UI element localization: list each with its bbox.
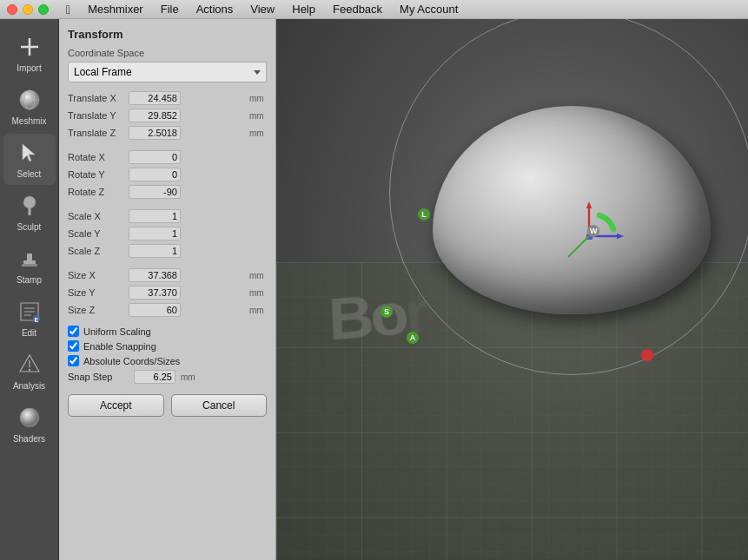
stamp-icon	[16, 245, 43, 273]
svg-rect-23	[276, 262, 748, 560]
cancel-button[interactable]: Cancel	[171, 394, 268, 417]
scale-y-row: Scale Y	[68, 225, 267, 242]
menu-actions[interactable]: Actions	[188, 1, 242, 17]
size-z-label: Size Z	[68, 301, 129, 319]
sidebar-item-stamp[interactable]: Stamp	[3, 240, 56, 291]
viewport[interactable]: Bor L W S A	[276, 19, 748, 560]
handle-dot-s[interactable]: S	[381, 306, 393, 318]
scale-y-unit	[249, 225, 267, 242]
rotate-x-unit	[249, 148, 267, 166]
sidebar-item-import[interactable]: Import	[3, 28, 56, 79]
translate-z-input[interactable]	[129, 126, 181, 140]
handle-dot-red[interactable]	[641, 349, 653, 361]
size-z-unit: mm	[249, 301, 267, 319]
translate-x-input[interactable]	[129, 91, 181, 105]
panel-title: Transform	[68, 28, 267, 41]
sidebar-label-select: Select	[17, 169, 42, 180]
close-button[interactable]	[7, 4, 17, 15]
translate-x-row: Translate X mm	[68, 89, 267, 107]
rotate-table: Rotate X Rotate Y Rotate Z	[68, 148, 267, 201]
scale-z-input[interactable]	[129, 244, 181, 258]
sidebar-label-shaders: Shaders	[13, 434, 45, 445]
enable-snapping-label: Enable Snapping	[83, 341, 156, 352]
size-x-unit: mm	[249, 267, 267, 284]
absolute-coords-label: Absolute Coords/Sizes	[83, 356, 180, 366]
transform-gizmo[interactable]	[554, 201, 624, 271]
translate-y-label: Translate Y	[68, 107, 129, 124]
snap-step-input[interactable]	[134, 370, 175, 384]
size-table: Size X mm Size Y mm Size Z mm	[68, 267, 267, 319]
menu-view[interactable]: View	[242, 1, 283, 17]
sidebar-label-meshmix: Meshmix	[11, 116, 46, 127]
sidebar-item-edit[interactable]: E Edit	[3, 293, 56, 344]
absolute-coords-row[interactable]: Absolute Coords/Sizes	[68, 355, 267, 366]
coord-space-label: Coordinate Space	[68, 48, 267, 58]
enable-snapping-row[interactable]: Enable Snapping	[68, 340, 267, 352]
scale-x-input[interactable]	[129, 209, 181, 223]
handle-dot-a[interactable]: A	[407, 332, 419, 344]
absolute-coords-checkbox[interactable]	[68, 355, 79, 366]
enable-snapping-checkbox[interactable]	[68, 340, 79, 352]
sidebar-item-meshmix[interactable]: Meshmix	[3, 81, 56, 132]
scale-y-input[interactable]	[129, 227, 181, 240]
sidebar-item-sculpt[interactable]: Sculpt	[3, 187, 56, 238]
svg-point-19	[28, 369, 30, 371]
uniform-scaling-row[interactable]: Uniform Scaling	[68, 326, 267, 337]
scale-x-unit	[249, 208, 267, 225]
scale-z-unit	[249, 242, 267, 260]
brush-icon	[16, 192, 43, 220]
size-x-input[interactable]	[129, 268, 181, 282]
size-z-input[interactable]	[129, 303, 181, 317]
sidebar-item-analysis[interactable]: Analysis	[3, 346, 56, 397]
maximize-button[interactable]	[38, 4, 49, 15]
uniform-scaling-checkbox[interactable]	[68, 326, 79, 337]
size-y-input[interactable]	[129, 286, 181, 300]
translate-y-row: Translate Y mm	[68, 107, 267, 124]
translate-y-input[interactable]	[129, 109, 181, 122]
scale-table: Scale X Scale Y Scale Z	[68, 208, 267, 260]
menu-file[interactable]: File	[152, 1, 188, 17]
svg-marker-5	[23, 144, 35, 161]
menu-help[interactable]: Help	[283, 1, 324, 17]
sidebar-label-import: Import	[17, 63, 41, 74]
accept-button[interactable]: Accept	[68, 394, 164, 417]
snap-step-row: Snap Step mm	[68, 370, 267, 384]
left-sidebar: Import Meshmix Select	[0, 19, 59, 560]
rotate-x-input[interactable]	[129, 150, 181, 164]
svg-rect-7	[28, 208, 30, 215]
menu-meshmixer[interactable]: Meshmixer	[79, 1, 152, 17]
snap-step-label: Snap Step	[68, 372, 129, 382]
rotate-y-input[interactable]	[129, 168, 181, 181]
rotate-x-row: Rotate X	[68, 148, 267, 166]
translate-z-label: Translate Z	[68, 124, 129, 142]
plus-icon	[16, 33, 43, 61]
rotate-z-input[interactable]	[129, 185, 181, 199]
size-y-label: Size Y	[68, 284, 129, 301]
titlebar:  Meshmixer File Actions View Help Feedb…	[0, 0, 748, 19]
sidebar-item-select[interactable]: Select	[3, 134, 56, 185]
translate-table: Translate X mm Translate Y mm Translate …	[68, 89, 267, 142]
svg-text:E: E	[34, 317, 38, 323]
sidebar-label-stamp: Stamp	[17, 275, 42, 286]
svg-rect-9	[27, 254, 32, 260]
coord-space-select[interactable]: Local Frame World Frame Screen Frame	[68, 62, 267, 82]
svg-line-30	[568, 236, 589, 257]
sidebar-item-shaders[interactable]: Shaders	[3, 399, 56, 450]
handle-dot-w[interactable]: W	[587, 225, 599, 237]
menu-feedback[interactable]: Feedback	[324, 1, 391, 17]
sidebar-label-sculpt: Sculpt	[17, 222, 42, 233]
apple-logo[interactable]: 	[57, 3, 79, 16]
sphere-icon	[16, 86, 43, 114]
size-x-label: Size X	[68, 267, 129, 284]
translate-x-unit: mm	[249, 89, 267, 107]
menu-myaccount[interactable]: My Account	[391, 1, 467, 17]
size-z-row: Size Z mm	[68, 301, 267, 319]
minimize-button[interactable]	[23, 4, 33, 15]
rotate-y-unit	[249, 166, 267, 183]
scale-z-label: Scale Z	[68, 242, 129, 260]
rotate-y-row: Rotate Y	[68, 166, 267, 183]
translate-y-unit: mm	[249, 107, 267, 124]
handle-dot-l[interactable]: L	[418, 208, 430, 221]
size-y-unit: mm	[249, 284, 267, 301]
rotate-z-unit	[249, 183, 267, 201]
